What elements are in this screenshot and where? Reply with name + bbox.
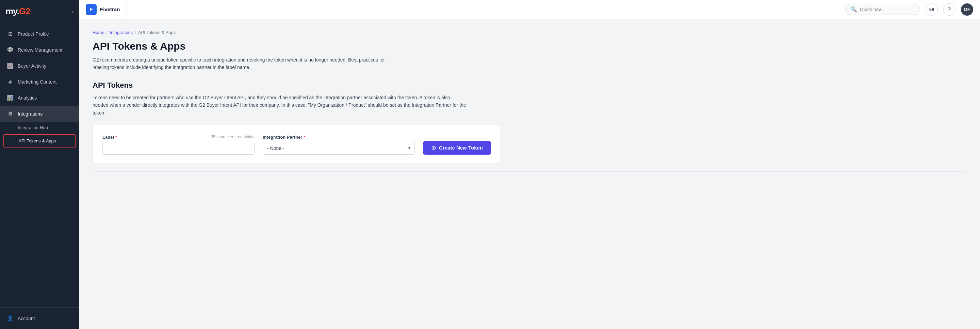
buyer-activity-icon: 📈 <box>7 63 14 69</box>
breadcrumb-sep-2: / <box>135 30 136 35</box>
help-button[interactable]: ? <box>943 3 956 16</box>
integrations-icon: ⚙ <box>7 111 14 117</box>
analytics-icon: 📊 <box>7 95 14 101</box>
sidebar-item-analytics[interactable]: 📊 Analytics <box>0 90 79 106</box>
partner-select[interactable]: - None - Fivetran Salesforce HubSpot My … <box>263 142 415 155</box>
breadcrumb-integrations[interactable]: Integrations <box>110 30 133 35</box>
quick-nav[interactable]: 🔍 <box>845 4 920 15</box>
sidebar-item-account[interactable]: 👤 Account <box>0 310 79 326</box>
chars-remaining: 35 characters remaining <box>211 134 255 139</box>
breadcrumb-sep-1: / <box>107 30 108 35</box>
label-field-label: Label* <box>102 134 117 140</box>
create-new-token-button[interactable]: ⊕ Create New Token <box>423 141 491 155</box>
label-required-marker: * <box>115 134 117 140</box>
sidebar-item-integrations[interactable]: ⚙ Integrations <box>0 106 79 122</box>
api-tokens-section-title: API Tokens <box>92 81 966 90</box>
sidebar-bottom: 👤 Account <box>0 307 79 329</box>
topbar: F Fivetran 🔍 69 ? DF <box>79 0 980 19</box>
sidebar-item-product-profile[interactable]: ⊞ Product Profile <box>0 26 79 42</box>
integration-name: Fivetran <box>100 6 120 12</box>
sidebar-subitem-integration-hub[interactable]: Integration Hub <box>0 122 79 134</box>
search-icon: 🔍 <box>850 6 857 13</box>
review-management-icon: 💬 <box>7 47 14 53</box>
product-profile-icon: ⊞ <box>7 31 14 37</box>
integration-logo: F <box>86 4 97 15</box>
avatar[interactable]: DF <box>961 3 973 16</box>
partner-field-label: Integration Partner* <box>263 134 415 140</box>
label-form-group: Label* 35 characters remaining <box>102 134 255 155</box>
partner-form-group: Integration Partner* - None - Fivetran S… <box>263 134 415 155</box>
page-title: API Tokens & Apps <box>92 40 966 52</box>
api-tokens-section-description: Tokens need to be created for partners w… <box>92 94 467 117</box>
integration-badge: F Fivetran <box>86 0 127 19</box>
account-icon: 👤 <box>7 315 14 321</box>
content-area: Home / Integrations / API Tokens & Apps … <box>79 19 980 329</box>
partner-required-marker: * <box>304 134 305 140</box>
breadcrumb-home[interactable]: Home <box>92 30 105 35</box>
plus-icon: ⊕ <box>431 144 436 152</box>
sidebar-subitem-api-tokens[interactable]: API Tokens & Apps <box>3 134 76 147</box>
sidebar-item-buyer-activity[interactable]: 📈 Buyer Activity <box>0 58 79 74</box>
label-input[interactable] <box>102 142 255 155</box>
sidebar-nav: ⊞ Product Profile 💬 Review Management 📈 … <box>0 23 79 307</box>
sidebar-item-marketing-content[interactable]: ◈ Marketing Content <box>0 74 79 90</box>
sidebar-item-review-management[interactable]: 💬 Review Management <box>0 42 79 58</box>
logo: my.G2 <box>5 6 30 17</box>
notification-badge[interactable]: 69 <box>926 3 938 16</box>
search-input[interactable] <box>860 7 914 12</box>
divider <box>92 171 966 172</box>
page-description: G2 recommends creating a unique token sp… <box>92 56 399 71</box>
partner-select-wrapper: - None - Fivetran Salesforce HubSpot My … <box>263 142 415 155</box>
sidebar: my.G2 ‹ ⊞ Product Profile 💬 Review Manag… <box>0 0 79 329</box>
sidebar-logo: my.G2 ‹ <box>0 0 79 23</box>
main-area: F Fivetran 🔍 69 ? DF Home / Integrations… <box>79 0 980 329</box>
token-form-card: Label* 35 characters remaining Integrati… <box>92 125 501 163</box>
marketing-content-icon: ◈ <box>7 79 14 85</box>
breadcrumb: Home / Integrations / API Tokens & Apps <box>92 30 966 35</box>
collapse-button[interactable]: ‹ <box>72 8 73 14</box>
breadcrumb-current: API Tokens & Apps <box>138 30 176 35</box>
